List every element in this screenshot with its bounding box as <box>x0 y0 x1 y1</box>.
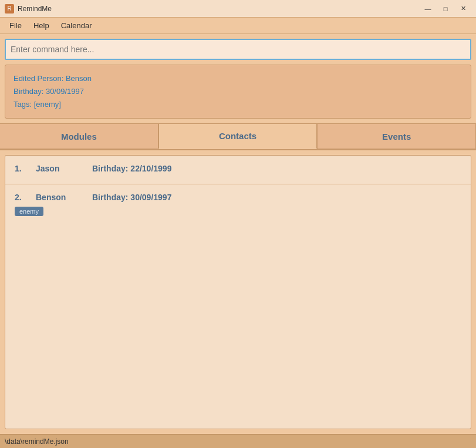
tabs-bar: Modules Contacts Events <box>0 123 476 150</box>
command-area <box>0 34 476 65</box>
tab-modules[interactable]: Modules <box>0 123 158 149</box>
contact-birthday-jason: Birthday: 22/10/1999 <box>92 164 171 173</box>
info-line2: Birthday: 30/09/1997 <box>13 85 463 98</box>
tag-enemy: enemy <box>15 207 43 216</box>
contact-row-benson: 2. Benson Birthday: 30/09/1997 <box>15 193 461 202</box>
status-bar: \data\remindMe.json <box>0 434 476 448</box>
contact-birthday-benson: Birthday: 30/09/1997 <box>92 193 171 202</box>
contact-name-benson: Benson <box>36 193 83 202</box>
contact-item-benson[interactable]: 2. Benson Birthday: 30/09/1997 enemy <box>5 184 471 224</box>
app-title: RemindMe <box>18 5 52 13</box>
title-bar: R RemindMe — □ ✕ <box>0 0 476 18</box>
close-button[interactable]: ✕ <box>455 2 471 15</box>
contact-tags-benson: enemy <box>15 204 461 216</box>
tab-contacts[interactable]: Contacts <box>158 123 318 149</box>
title-bar-left: R RemindMe <box>5 4 52 14</box>
tab-events[interactable]: Events <box>317 123 476 149</box>
menu-help[interactable]: Help <box>29 20 54 31</box>
menu-file[interactable]: File <box>5 20 26 31</box>
contact-item-jason[interactable]: 1. Jason Birthday: 22/10/1999 <box>5 156 471 184</box>
menu-bar: File Help Calendar <box>0 18 476 34</box>
minimize-button[interactable]: — <box>420 2 436 15</box>
command-input[interactable] <box>5 39 471 60</box>
status-path: \data\remindMe.json <box>5 437 69 446</box>
info-line3: Tags: [enemy] <box>13 98 463 111</box>
info-panel: Edited Person: Benson Birthday: 30/09/19… <box>5 65 471 119</box>
maximize-button[interactable]: □ <box>437 2 454 15</box>
contact-row-jason: 1. Jason Birthday: 22/10/1999 <box>15 164 461 173</box>
window-controls: — □ ✕ <box>420 2 471 15</box>
contact-num-2: 2. <box>15 193 26 202</box>
info-line1: Edited Person: Benson <box>13 72 463 85</box>
contact-num-1: 1. <box>15 164 26 173</box>
menu-calendar[interactable]: Calendar <box>56 20 97 31</box>
contact-name-jason: Jason <box>36 164 83 173</box>
app-icon: R <box>5 4 14 14</box>
contacts-panel: 1. Jason Birthday: 22/10/1999 2. Benson … <box>5 155 471 429</box>
